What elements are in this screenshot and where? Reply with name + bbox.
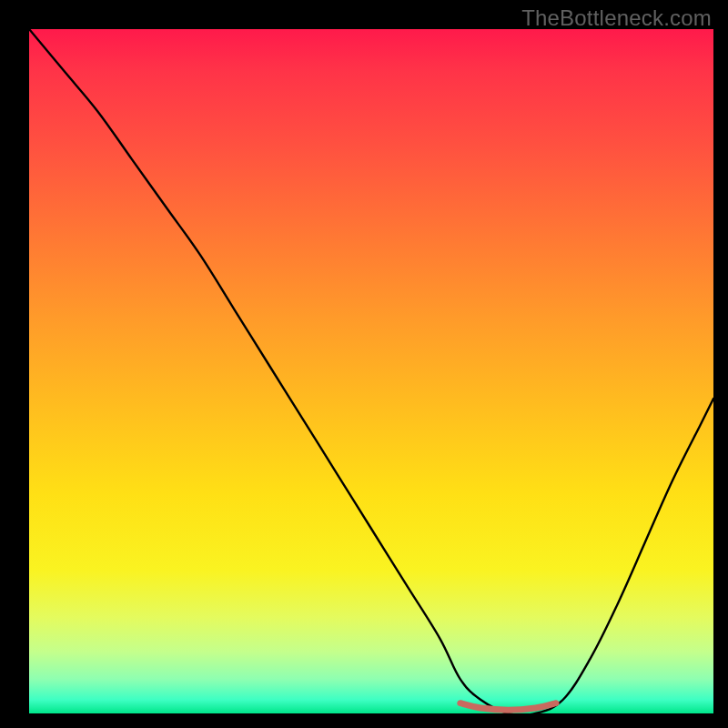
chart-frame: TheBottleneck.com [0,0,728,728]
optimal-band-marker [460,703,556,711]
bottleneck-curve [29,29,713,713]
curve-layer [29,29,713,713]
plot-area [29,29,713,713]
watermark-text: TheBottleneck.com [521,5,712,31]
